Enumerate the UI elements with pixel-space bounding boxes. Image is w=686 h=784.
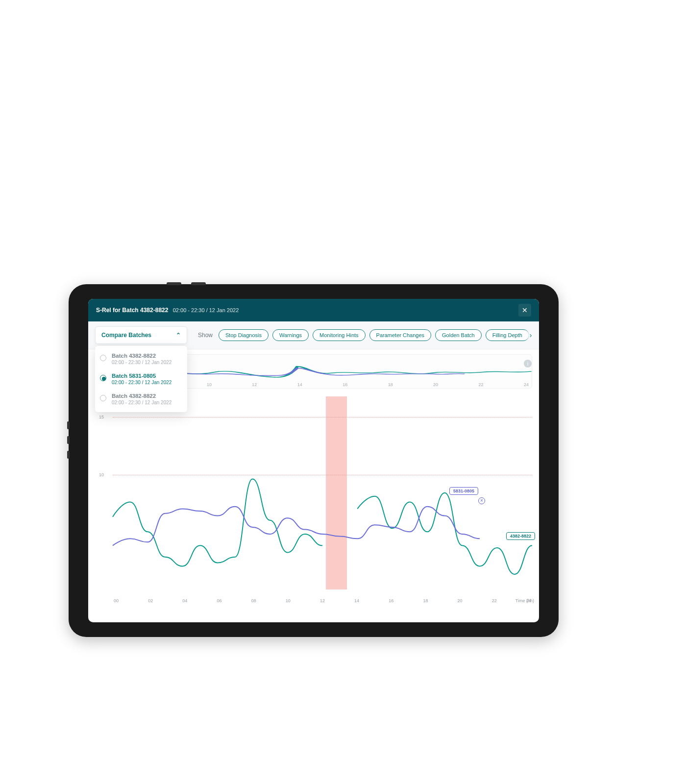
chips-scroll-right[interactable]: › bbox=[525, 330, 536, 341]
main-x-ticks: 00 02 04 06 08 10 12 14 16 18 20 22 24 bbox=[113, 598, 532, 603]
compare-item-sub: 02:00 - 22:30 / 12 Jan 2022 bbox=[112, 360, 181, 365]
tick: 10 bbox=[286, 598, 291, 603]
series-label-purple: 5831-0805 bbox=[449, 487, 478, 495]
compare-item-label: Batch 4382-8822 bbox=[112, 393, 181, 399]
chevron-right-icon: › bbox=[530, 331, 532, 339]
compare-batches-dropdown[interactable]: Compare Batches ⌃ Batch 4382-8822 02:00 … bbox=[95, 326, 187, 344]
filter-chips: Stop Diagnosis Warnings Monitoring Hints… bbox=[219, 329, 532, 341]
close-icon: ✕ bbox=[522, 306, 528, 314]
tick: 18 bbox=[423, 598, 428, 603]
tick: 16 bbox=[389, 598, 393, 603]
close-button[interactable]: ✕ bbox=[518, 304, 531, 317]
compare-item-label: Batch 4382-8822 bbox=[112, 353, 181, 359]
compare-toggle-label: Compare Batches bbox=[101, 332, 151, 339]
chevron-up-icon: ⌃ bbox=[176, 332, 181, 339]
tick: 06 bbox=[217, 598, 221, 603]
tick: 22 bbox=[492, 598, 497, 603]
device-side-buttons bbox=[67, 421, 70, 466]
chip-golden-batch[interactable]: Golden Batch bbox=[435, 329, 482, 341]
tick: 14 bbox=[297, 382, 302, 387]
app-screen: S-Rel for Batch 4382-8822 02:00 - 22:30 … bbox=[88, 299, 539, 622]
chip-stop-diagnosis[interactable]: Stop Diagnosis bbox=[219, 329, 269, 341]
tick: 12 bbox=[252, 382, 257, 387]
compare-item-sub: 02:00 - 22:30 / 12 Jan 2022 bbox=[112, 380, 181, 385]
chip-filling-depth[interactable]: Filling Depth bbox=[486, 329, 529, 341]
tick: 08 bbox=[251, 598, 256, 603]
tick: 02 bbox=[148, 598, 153, 603]
tick: 24 bbox=[524, 382, 529, 387]
compare-item-label: Batch 5831-0805 bbox=[112, 373, 181, 379]
remove-series-button[interactable]: × bbox=[478, 497, 485, 504]
tick: 24 bbox=[526, 598, 531, 603]
page-title: S-Rel for Batch 4382-8822 bbox=[96, 307, 168, 314]
radio-icon bbox=[100, 355, 106, 361]
app-header: S-Rel for Batch 4382-8822 02:00 - 22:30 … bbox=[88, 299, 539, 321]
compare-item-sub: 02:00 - 22:30 / 12 Jan 2022 bbox=[112, 400, 181, 405]
radio-icon bbox=[100, 395, 106, 401]
tick: 00 bbox=[114, 598, 119, 603]
chip-warnings[interactable]: Warnings bbox=[272, 329, 309, 341]
tablet-frame: S-Rel for Batch 4382-8822 02:00 - 22:30 … bbox=[69, 284, 559, 637]
compare-item[interactable]: Batch 4382-8822 02:00 - 22:30 / 12 Jan 2… bbox=[95, 349, 187, 369]
y-tick: 15 bbox=[99, 415, 104, 419]
chip-parameter-changes[interactable]: Parameter Changes bbox=[369, 329, 431, 341]
tick: 16 bbox=[343, 382, 347, 387]
tick: 20 bbox=[433, 382, 438, 387]
tick: 12 bbox=[320, 598, 325, 603]
tick: 18 bbox=[388, 382, 393, 387]
toolbar: Compare Batches ⌃ Batch 4382-8822 02:00 … bbox=[88, 321, 539, 349]
show-label: Show bbox=[198, 332, 213, 339]
chip-monitoring-hints[interactable]: Monitoring Hints bbox=[313, 329, 365, 341]
tick: 22 bbox=[479, 382, 484, 387]
compare-item[interactable]: Batch 4382-8822 02:00 - 22:30 / 12 Jan 2… bbox=[95, 389, 187, 409]
info-icon[interactable]: i bbox=[524, 360, 532, 368]
y-tick: 10 bbox=[99, 472, 104, 477]
tick: 14 bbox=[354, 598, 359, 603]
compare-batches-menu: Batch 4382-8822 02:00 - 22:30 / 12 Jan 2… bbox=[95, 346, 187, 412]
tick: 20 bbox=[458, 598, 463, 603]
tick: 10 bbox=[207, 382, 212, 387]
page-subtitle: 02:00 - 22:30 / 12 Jan 2022 bbox=[173, 307, 239, 313]
compare-batches-toggle[interactable]: Compare Batches ⌃ bbox=[95, 326, 187, 344]
close-icon: × bbox=[480, 498, 483, 503]
main-chart[interactable]: Devi Time (hh) 15 10 4382-8822 5831-0805… bbox=[113, 396, 532, 602]
series-label-teal: 4382-8822 bbox=[506, 532, 535, 540]
compare-item[interactable]: Batch 5831-0805 02:00 - 22:30 / 12 Jan 2… bbox=[95, 369, 187, 389]
radio-icon bbox=[100, 375, 106, 381]
tick: 04 bbox=[182, 598, 187, 603]
